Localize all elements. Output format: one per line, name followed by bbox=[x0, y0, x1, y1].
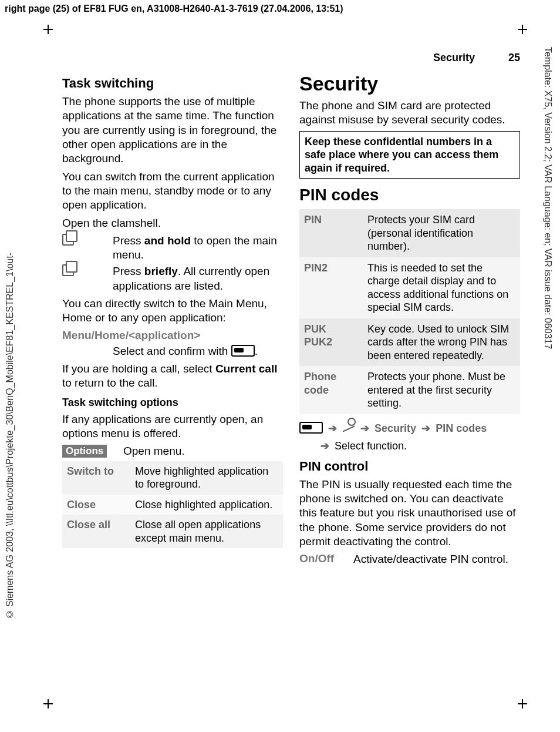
step-brief: Press briefly. All currently open applic… bbox=[62, 264, 283, 293]
body-text: If any applications are currently open, … bbox=[62, 412, 283, 441]
crop-mark bbox=[518, 25, 527, 34]
options-badge: Options bbox=[62, 445, 107, 458]
production-header: right page (25) of EF81 FUG en, A31008-H… bbox=[5, 4, 343, 14]
body-text: You can directly switch to the Main Menu… bbox=[62, 297, 283, 325]
arrow-right-icon: ➔ bbox=[328, 422, 337, 434]
task-key-icon bbox=[62, 264, 75, 277]
copyright-note-left: © Siemens AG 2003, \\Itl.eu\cottbus\Proj… bbox=[5, 253, 18, 711]
table-row: Switch toMove highlighted application to… bbox=[62, 461, 283, 495]
options-row: Options Open menu. bbox=[62, 444, 283, 458]
body-text: You can switch from the current applicat… bbox=[62, 170, 283, 213]
warning-box: Keep these confidential numbers in a saf… bbox=[299, 131, 520, 179]
body-text: The phone and SIM card are protected aga… bbox=[299, 99, 520, 127]
softkey-icon bbox=[299, 422, 323, 434]
onoff-row: On/Off Activate/deactivate PIN control. bbox=[299, 552, 520, 566]
running-header: Security 25 bbox=[62, 52, 520, 64]
column-left: Task switching The phone supports the us… bbox=[62, 72, 283, 569]
table-row: Phone codeProtects your phone. Must be e… bbox=[299, 366, 520, 414]
crop-mark bbox=[43, 699, 53, 709]
heading-pin-codes: PIN codes bbox=[299, 186, 520, 204]
settings-icon bbox=[342, 419, 355, 432]
body-text: If you are holding a call, select Curren… bbox=[62, 362, 283, 391]
body-text: The phone supports the use of multiple a… bbox=[62, 95, 283, 166]
menu-path: ➔ ➔ Security ➔ PIN codes ➔ Select functi… bbox=[299, 419, 520, 455]
table-row: PINProtects your SIM card (personal iden… bbox=[299, 209, 520, 257]
arrow-right-icon: ➔ bbox=[321, 440, 329, 452]
select-confirm-row: Select and confirm with . bbox=[62, 344, 283, 358]
arrow-right-icon: ➔ bbox=[360, 422, 369, 434]
task-key-icon bbox=[62, 234, 75, 247]
softkey-icon bbox=[231, 345, 255, 357]
table-row: Close allClose all open applications exc… bbox=[62, 515, 283, 548]
heading-task-switching: Task switching bbox=[62, 76, 283, 91]
column-right: Security The phone and SIM card are prot… bbox=[299, 72, 520, 569]
table-row: CloseClose highlighted application. bbox=[62, 495, 283, 515]
crop-mark bbox=[518, 699, 527, 709]
table-row: PIN2This is needed to set the charge det… bbox=[299, 257, 520, 318]
table-row: PUK PUK2Key code. Used to unlock SIM car… bbox=[299, 318, 520, 367]
running-title: Security bbox=[433, 52, 475, 64]
template-note-right: Template: X75, Version 2.2; VAR Language… bbox=[542, 47, 555, 658]
heading-security: Security bbox=[299, 72, 520, 95]
body-text: Open the clamshell. bbox=[62, 216, 283, 230]
heading-pin-control: PIN control bbox=[299, 459, 520, 474]
step-hold: Press and hold to open the main menu. bbox=[62, 234, 283, 263]
heading-task-switching-options: Task switching options bbox=[62, 397, 283, 409]
arrow-right-icon: ➔ bbox=[421, 422, 430, 434]
task-options-table: Switch toMove highlighted application to… bbox=[62, 461, 283, 549]
page-number: 25 bbox=[508, 52, 520, 64]
menu-select-row: Menu/Home/<application> bbox=[62, 329, 283, 342]
crop-mark bbox=[43, 25, 53, 34]
pin-codes-table: PINProtects your SIM card (personal iden… bbox=[299, 209, 520, 414]
body-text: The PIN is usually requested each time t… bbox=[299, 478, 520, 549]
